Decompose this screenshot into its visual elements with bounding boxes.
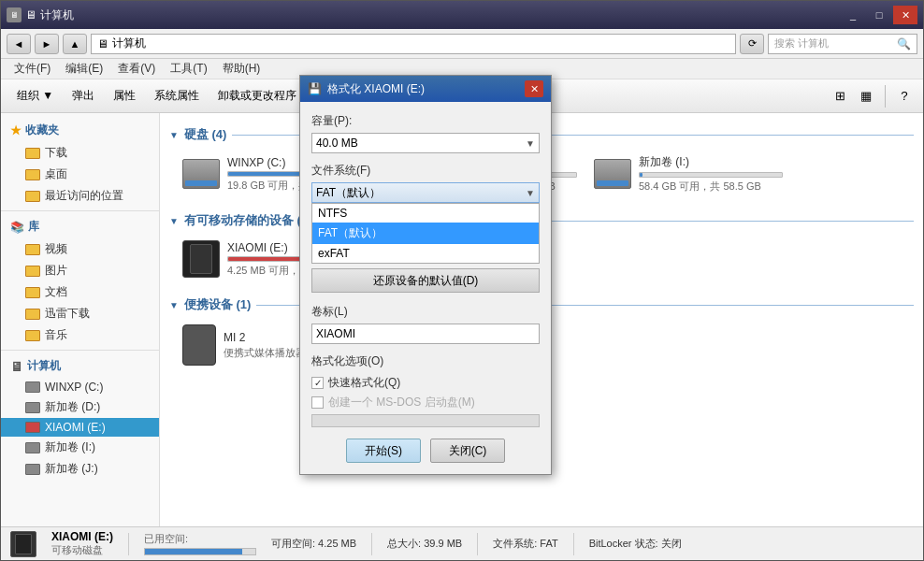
filesystem-value: FAT（默认） <box>316 185 381 201</box>
restore-btn-spacer: 还原设备的默认值(D) <box>311 268 540 304</box>
dialog-title-bar: 💾 格式化 XIAOMI (E:) ✕ <box>300 76 551 102</box>
restore-defaults-button[interactable]: 还原设备的默认值(D) <box>311 268 540 293</box>
dialog-title-text: 格式化 XIAOMI (E:) <box>327 81 519 97</box>
capacity-label: 容量(P): <box>311 113 540 129</box>
quick-format-row: 快速格式化(Q) <box>311 375 540 391</box>
msdos-label: 创建一个 MS-DOS 启动盘(M) <box>328 395 475 410</box>
dialog-buttons: 开始(S) 关闭(C) <box>311 439 540 463</box>
filesystem-options-list: NTFS FAT（默认） exFAT <box>311 203 540 264</box>
fs-option-ntfs[interactable]: NTFS <box>312 204 539 223</box>
dialog-close-button[interactable]: ✕ <box>525 80 543 97</box>
format-progress-bar <box>311 414 540 427</box>
fs-option-exfat[interactable]: exFAT <box>312 244 539 263</box>
msdos-checkbox[interactable] <box>311 396 324 409</box>
capacity-select-container: 40.0 MB ▼ <box>311 133 540 153</box>
capacity-dropdown-arrow: ▼ <box>526 138 535 149</box>
dialog-overlay: 💾 格式化 XIAOMI (E:) ✕ 容量(P): 40.0 MB ▼ 文件系… <box>0 0 924 561</box>
format-options-label: 格式化选项(O) <box>311 353 540 369</box>
msdos-row: 创建一个 MS-DOS 启动盘(M) <box>311 395 540 410</box>
filesystem-label: 文件系统(F) <box>311 163 540 179</box>
volume-label: 卷标(L) <box>311 304 540 320</box>
filesystem-select[interactable]: FAT（默认） ▼ <box>311 182 540 203</box>
filesystem-dropdown-arrow: ▼ <box>526 188 535 198</box>
start-button[interactable]: 开始(S) <box>346 439 421 463</box>
format-dialog: 💾 格式化 XIAOMI (E:) ✕ 容量(P): 40.0 MB ▼ 文件系… <box>299 75 552 475</box>
capacity-value: 40.0 MB <box>316 137 358 150</box>
volume-input[interactable] <box>311 324 540 344</box>
quick-format-checkbox[interactable] <box>311 377 324 389</box>
quick-format-label: 快速格式化(Q) <box>328 375 400 391</box>
capacity-select[interactable]: 40.0 MB ▼ <box>311 133 540 153</box>
close-button[interactable]: 关闭(C) <box>430 439 505 463</box>
fs-option-fat[interactable]: FAT（默认） <box>312 223 539 244</box>
dialog-title-icon: 💾 <box>308 82 322 95</box>
filesystem-dropdown-container: FAT（默认） ▼ NTFS FAT（默认） exFAT <box>311 182 540 203</box>
dialog-body: 容量(P): 40.0 MB ▼ 文件系统(F) FAT（默认） ▼ NTFS … <box>300 102 551 474</box>
